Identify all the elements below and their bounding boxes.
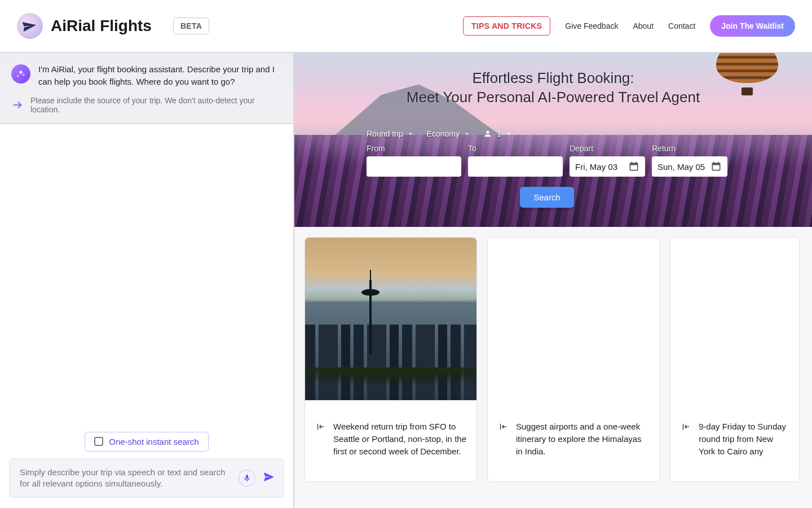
to-input[interactable] [468, 156, 563, 177]
nav-contact[interactable]: Contact [668, 21, 695, 30]
search-button[interactable]: Search [520, 187, 574, 208]
from-label: From [367, 144, 461, 153]
card-text: Weekend return trip from SFO to Seattle … [333, 421, 466, 457]
card-text: 9-day Friday to Sunday round trip from N… [699, 421, 789, 457]
oneshot-checkbox[interactable] [94, 437, 103, 446]
beta-chip: BETA [173, 17, 209, 34]
send-icon [262, 470, 276, 484]
suggestion-card[interactable]: 9-day Friday to Sunday round trip from N… [670, 237, 800, 482]
airplane-icon [20, 16, 39, 36]
content-area: Effortless Flight Booking: Meet Your Per… [294, 53, 812, 508]
card-text: Suggest airports and a one-week itinerar… [516, 421, 649, 457]
assistant-hint-text: Please include the source of your trip. … [30, 96, 282, 114]
calendar-icon [628, 161, 639, 172]
oneshot-label: One-shot instant search [109, 437, 198, 446]
suggestion-card[interactable]: Suggest airports and a one-week itinerar… [487, 237, 660, 482]
hint-arrow-icon [11, 99, 24, 111]
chat-panel: I'm AiRial, your flight booking assistan… [0, 53, 293, 508]
hero-banner: Effortless Flight Booking: Meet Your Per… [294, 53, 812, 227]
cabin-class-select[interactable]: Economy [427, 129, 471, 138]
chevron-down-icon [505, 130, 513, 138]
use-suggestion-icon [681, 422, 691, 432]
person-icon [483, 129, 492, 138]
card-image [670, 238, 799, 400]
nav-about[interactable]: About [633, 21, 654, 30]
suggestion-card[interactable]: Weekend return trip from SFO to Seattle … [304, 237, 477, 482]
flight-search-form: Round trip Economy 1 From [367, 129, 727, 208]
return-label: Return [652, 144, 727, 153]
card-image [488, 238, 659, 400]
mic-button[interactable] [239, 470, 255, 487]
to-label: To [468, 144, 563, 153]
hero-title: Effortless Flight Booking: Meet Your Per… [294, 69, 812, 107]
trip-type-select[interactable]: Round trip [367, 129, 414, 138]
tips-and-tricks-button[interactable]: TIPS AND TRICKS [463, 16, 550, 36]
calendar-icon [710, 161, 722, 172]
assistant-message: I'm AiRial, your flight booking assistan… [0, 53, 293, 124]
chevron-down-icon [407, 130, 414, 138]
join-waitlist-button[interactable]: Join The Waitlist [710, 15, 795, 37]
chat-input-bar [9, 458, 284, 498]
passenger-count-select[interactable]: 1 [483, 129, 513, 138]
oneshot-toggle[interactable]: One-shot instant search [85, 432, 208, 452]
brand-logo [17, 13, 43, 39]
brand-title: AiRial Flights [51, 17, 152, 35]
chat-input[interactable] [19, 466, 233, 491]
assistant-avatar-icon [11, 64, 30, 84]
return-date-input[interactable]: Sun, May 05 [652, 156, 727, 177]
sparkle-icon [16, 69, 26, 79]
depart-label: Depart [570, 144, 645, 153]
chevron-down-icon [463, 130, 471, 138]
use-suggestion-icon [315, 422, 325, 432]
top-nav: AiRial Flights BETA TIPS AND TRICKS Give… [0, 0, 812, 52]
microphone-icon [242, 474, 251, 483]
suggestion-cards[interactable]: Weekend return trip from SFO to Seattle … [294, 227, 812, 492]
depart-date-input[interactable]: Fri, May 03 [570, 156, 645, 177]
send-button[interactable] [261, 469, 277, 487]
from-input[interactable] [367, 156, 461, 177]
nav-give-feedback[interactable]: Give Feedback [565, 21, 618, 30]
use-suggestion-icon [498, 422, 508, 432]
assistant-message-text: I'm AiRial, your flight booking assistan… [38, 63, 282, 88]
card-image [305, 238, 476, 400]
